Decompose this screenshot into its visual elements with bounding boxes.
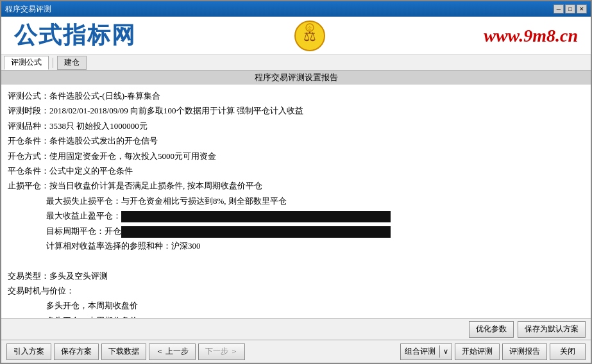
censored-2 — [121, 226, 391, 238]
tab-evaluation-formula[interactable]: 评测公式 — [4, 56, 49, 70]
maximize-button[interactable]: □ — [565, 4, 575, 13]
minimize-button[interactable]: ─ — [554, 4, 564, 13]
report-line-5: 开仓方式：使用固定资金开仓，每次投入5000元可用资金 — [8, 149, 584, 163]
report-line-13: 交易时机与价位： — [8, 283, 584, 298]
save-plan-button[interactable]: 保存方案 — [54, 343, 99, 360]
close-window-button[interactable]: ✕ — [577, 4, 587, 13]
title-bar-buttons: ─ □ ✕ — [554, 4, 587, 13]
optimize-params-button[interactable]: 优化参数 — [469, 321, 514, 338]
footer-left-buttons: 引入方案 保存方案 下载数据 ＜ 上一步 下一步 ＞ — [6, 343, 398, 360]
download-data-button[interactable]: 下载数据 — [101, 343, 146, 360]
tab-separator: │ — [49, 58, 57, 68]
prev-step-button[interactable]: ＜ 上一步 — [149, 343, 196, 360]
tab-open-position[interactable]: 建仓 — [57, 56, 87, 70]
report-button[interactable]: 评测报告 — [502, 343, 547, 360]
watermark-left-text: 公式指标网 — [14, 20, 136, 51]
action-bar: 优化参数 保存为默认方案 — [1, 318, 591, 340]
report-line-empty — [8, 253, 584, 268]
report-line-1: 评测公式：条件选股公式-(日线)-春算集合 — [8, 88, 584, 103]
watermark-logo: ⚖ 金 — [294, 20, 326, 52]
report-line-6: 平仓条件：公式中定义的平仓条件 — [8, 163, 584, 178]
next-step-button[interactable]: 下一步 ＞ — [198, 343, 245, 360]
main-window: 程序交易评测 ─ □ ✕ 公式指标网 ⚖ 金 www.9m8.cn 评测公式 │… — [0, 0, 592, 364]
report-line-12: 交易类型：多头及空头评测 — [8, 269, 584, 283]
report-line-9: 最大收益止盈平仓： — [8, 208, 584, 223]
report-line-10: 目标周期平仓：开仓 — [8, 224, 584, 238]
title-bar: 程序交易评测 ─ □ ✕ — [1, 1, 591, 17]
report-line-15: 多头平仓，本周期收盘价 — [8, 313, 584, 318]
save-default-button[interactable]: 保存为默认方案 — [518, 321, 586, 338]
report-line-7: 止损平仓：按当日收盘价计算是否满足止损条件, 按本周期收盘价平仓 — [8, 178, 584, 193]
censored-1 — [121, 211, 391, 222]
svg-text:金: 金 — [307, 26, 312, 31]
footer-bar: 引入方案 保存方案 下载数据 ＜ 上一步 下一步 ＞ 组合评测 ∨ 开始评测 评… — [1, 340, 591, 363]
close-button[interactable]: 关闭 — [550, 343, 586, 360]
combo-eval-label: 组合评测 — [401, 344, 439, 359]
combo-eval-button[interactable]: 组合评测 ∨ — [400, 343, 452, 360]
watermark-right-text: www.9m8.cn — [484, 26, 578, 46]
tab-bar: 评测公式 │ 建仓 — [1, 55, 591, 70]
window-title: 程序交易评测 — [5, 4, 554, 15]
report-content[interactable]: 评测公式：条件选股公式-(日线)-春算集合 评测时段：2018/02/01-20… — [1, 85, 591, 318]
report-line-11: 计算相对收益率选择的参照和种：沪深300 — [8, 238, 584, 253]
report-line-14: 多头开仓，本周期收盘价 — [8, 298, 584, 313]
import-plan-button[interactable]: 引入方案 — [6, 343, 51, 360]
report-line-8: 最大损失止损平仓：与开仓资金相比亏损达到8%, 则全部数里平仓 — [8, 194, 584, 208]
report-title: 程序交易评测设置报告 — [1, 70, 591, 85]
footer-right-buttons: 组合评测 ∨ 开始评测 评测报告 关闭 — [400, 343, 586, 360]
main-content: 程序交易评测设置报告 评测公式：条件选股公式-(日线)-春算集合 评测时段：20… — [1, 70, 591, 363]
watermark-header: 公式指标网 ⚖ 金 www.9m8.cn — [1, 17, 591, 55]
report-line-3: 评测品种：3538只 初始投入1000000元 — [8, 119, 584, 133]
combo-eval-arrow[interactable]: ∨ — [439, 345, 452, 358]
report-line-2: 评测时段：2018/02/01-2018/09/09 向前多取100个数据用于计… — [8, 103, 584, 118]
report-line-4: 开仓条件：条件选股公式发出的开仓信号 — [8, 133, 584, 148]
start-eval-button[interactable]: 开始评测 — [455, 343, 500, 360]
